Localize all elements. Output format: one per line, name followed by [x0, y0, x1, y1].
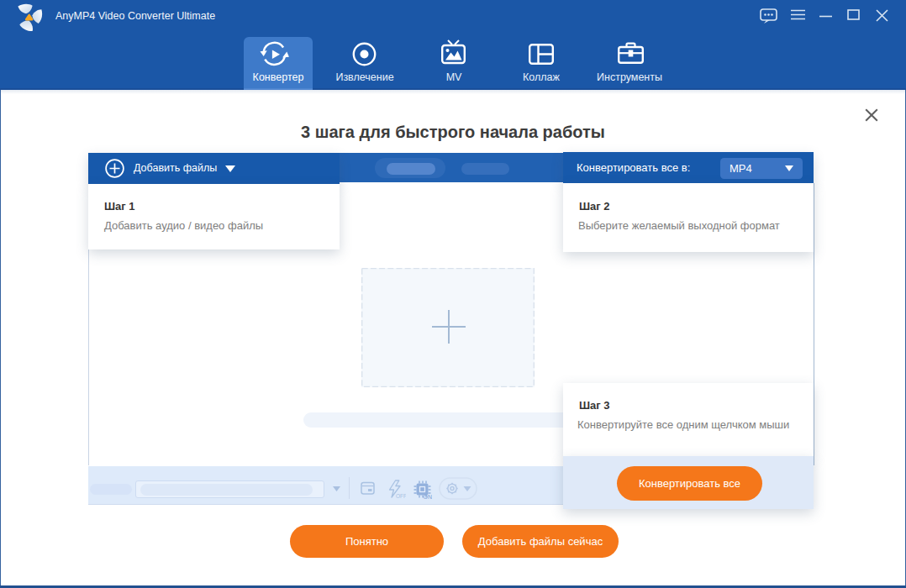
svg-text:ON: ON [424, 494, 433, 500]
svg-text:OFF: OFF [396, 493, 406, 499]
